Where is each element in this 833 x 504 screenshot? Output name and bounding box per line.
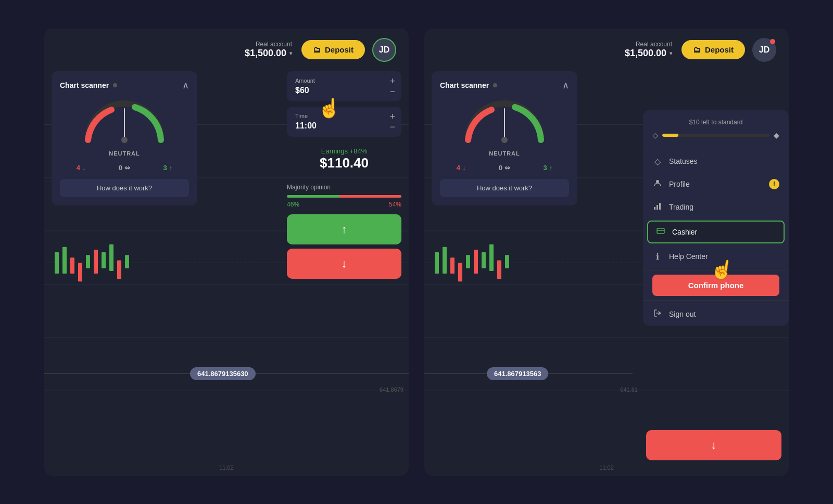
left-scanner-stats: 4 ↓ 0 ⇔ 3 ↑ [60, 164, 189, 172]
svg-rect-16 [125, 255, 129, 268]
left-time-label: 11:02 [219, 464, 234, 471]
svg-point-37 [501, 137, 508, 143]
left-stat-down: 4 ↓ [77, 164, 86, 172]
left-time-minus[interactable]: − [389, 122, 395, 132]
svg-rect-26 [435, 252, 439, 274]
left-earnings-section: Earnings +84% $110.40 [287, 147, 401, 171]
right-progress-text: $10 left to standard [652, 119, 779, 126]
left-price-label: 641.8679135630 [190, 367, 256, 380]
help-label: Help Center [669, 252, 708, 261]
right-grid-label-1: 641.81 [620, 386, 638, 393]
left-account-balance[interactable]: $1,500.00 ▾ [245, 48, 292, 59]
left-trade-panel: Amount $60 + − Time 11:00 + − Earnings +… [287, 71, 401, 279]
menu-item-profile[interactable]: Profile ! [643, 173, 789, 196]
left-gauge-label: NEUTRAL [60, 150, 189, 157]
right-price-label: 641.867913563 [487, 367, 548, 380]
left-avatar-button[interactable]: JD [372, 38, 396, 62]
svg-rect-31 [474, 249, 478, 273]
svg-rect-15 [117, 260, 121, 279]
svg-point-18 [121, 137, 128, 143]
right-stat-neutral: 0 ⇔ [499, 164, 510, 172]
left-time-value: 11:00 [295, 121, 393, 131]
right-gauge-container [440, 98, 569, 145]
cashier-icon [655, 227, 666, 237]
left-up-button[interactable]: ↑ [287, 214, 401, 244]
left-scanner-header: Chart scanner ∧ [60, 80, 189, 91]
left-account-info: Real account $1,500.00 ▾ [245, 41, 292, 59]
svg-rect-14 [109, 244, 113, 270]
right-deposit-button[interactable]: 🗂 Deposit [681, 40, 745, 59]
left-pct-green: 46% [287, 201, 299, 208]
menu-divider-3 [643, 300, 789, 301]
right-chart-scanner: Chart scanner ∧ NEUTRAL [432, 71, 577, 205]
right-progress-bar-track [662, 134, 769, 137]
right-bottom-down-btn-container: ↓ [646, 430, 781, 460]
left-amount-minus[interactable]: − [389, 87, 395, 96]
svg-rect-28 [450, 257, 455, 274]
right-time-label: 11:02 [599, 464, 614, 471]
left-majority-pct: 46% 54% [287, 201, 401, 208]
svg-rect-35 [505, 255, 509, 268]
svg-rect-29 [458, 263, 462, 281]
menu-item-cashier[interactable]: Cashier [647, 221, 785, 243]
left-majority-bar-green [287, 195, 339, 198]
left-neutral-arrow-icon: ⇔ [124, 164, 130, 172]
left-stat-neutral: 0 ⇔ [119, 164, 130, 172]
svg-rect-10 [78, 263, 82, 281]
left-deposit-button[interactable]: 🗂 Deposit [301, 40, 365, 59]
diamond-outline-icon: ◇ [652, 131, 658, 139]
right-scanner-title: Chart scanner [440, 81, 497, 89]
svg-rect-7 [55, 252, 59, 274]
left-chart-scanner: Chart scanner ∧ [52, 71, 197, 205]
left-scanner-collapse[interactable]: ∧ [182, 80, 189, 91]
diamond-filled-icon: ◆ [774, 131, 779, 139]
right-down-button[interactable]: ↓ [646, 430, 781, 460]
cashier-label: Cashier [672, 228, 697, 236]
profile-icon [652, 179, 663, 189]
confirm-phone-button[interactable]: Confirm phone [652, 275, 779, 296]
trading-label: Trading [669, 203, 693, 211]
left-time-plus[interactable]: + [389, 112, 395, 121]
menu-item-help[interactable]: ℹ Help Center [643, 245, 789, 268]
right-avatar-notification-dot [770, 39, 775, 44]
profile-badge: ! [769, 179, 779, 189]
right-up-arrow-icon: ↑ [549, 164, 553, 172]
svg-rect-30 [466, 255, 470, 268]
left-earnings-value: $110.40 [287, 155, 401, 171]
left-scanner-status-dot [113, 83, 117, 87]
right-balance-chevron: ▾ [670, 50, 672, 56]
menu-divider-2 [643, 270, 789, 270]
left-amount-value: $60 [295, 86, 393, 95]
right-account-balance[interactable]: $1,500.00 ▾ [625, 48, 672, 59]
right-how-it-works-button[interactable]: How does it work? [440, 179, 569, 197]
menu-item-statuses[interactable]: ◇ Statuses [643, 150, 789, 173]
right-dropdown-menu: $10 left to standard ◇ ◆ ◇ Statuses [643, 110, 789, 326]
left-majority-label: Majority opinion [287, 184, 401, 191]
right-stat-down: 4 ↓ [457, 164, 466, 172]
right-scanner-header: Chart scanner ∧ [440, 80, 569, 91]
left-amount-plus[interactable]: + [389, 76, 395, 86]
sign-out-label: Sign out [669, 310, 696, 318]
svg-rect-12 [94, 249, 98, 273]
right-wallet-icon: 🗂 [693, 45, 701, 54]
svg-rect-13 [102, 252, 106, 268]
left-majority-bar-red [339, 195, 401, 198]
left-time-field: Time 11:00 + − [287, 107, 401, 137]
right-scanner-collapse[interactable]: ∧ [562, 80, 569, 91]
menu-item-trading[interactable]: Trading [643, 196, 789, 218]
left-scanner-title: Chart scanner [60, 81, 117, 89]
left-up-arrow-icon: ↑ [169, 164, 173, 172]
left-down-button[interactable]: ↓ [287, 249, 401, 279]
svg-rect-39 [654, 207, 655, 210]
left-grid-label-1: 641.8679 [380, 386, 403, 393]
menu-item-sign-out[interactable]: Sign out [643, 303, 789, 326]
svg-rect-34 [497, 260, 501, 279]
right-account-label: Real account [636, 41, 672, 48]
menu-divider-1 [643, 148, 789, 148]
right-panel: Real account $1,500.00 ▾ 🗂 Deposit JD [424, 29, 789, 476]
right-scanner-status-dot [493, 83, 497, 87]
svg-rect-41 [659, 203, 661, 210]
help-icon: ℹ [652, 252, 663, 262]
left-how-it-works-button[interactable]: How does it work? [60, 179, 189, 197]
left-pct-red: 54% [389, 201, 401, 208]
